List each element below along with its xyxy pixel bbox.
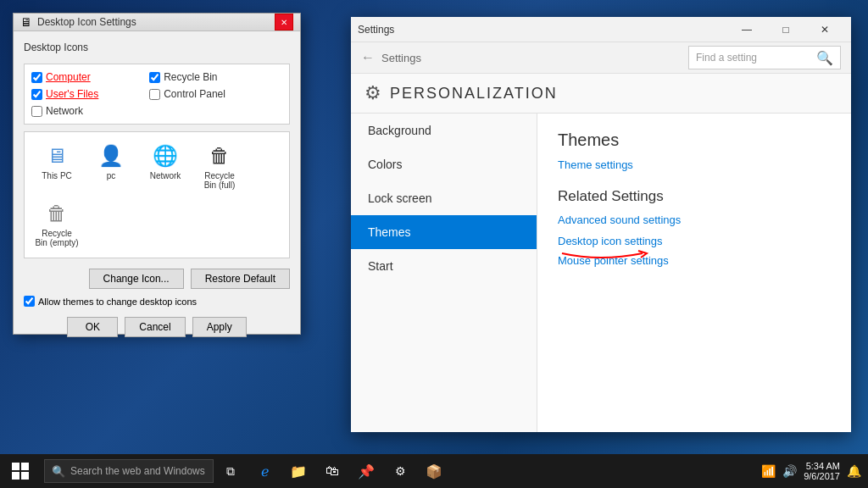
dialog-body: Desktop Icons Computer Recycle Bin User'… xyxy=(14,31,300,347)
store-icon[interactable]: 🛍 xyxy=(315,454,349,488)
svg-rect-1 xyxy=(21,463,29,470)
controlpanel-label: Control Panel xyxy=(164,88,225,100)
pc-icon: 👤 xyxy=(97,142,125,169)
clock-date: 9/6/2017 xyxy=(804,471,840,481)
icon-pc: 👤 pc xyxy=(86,139,136,193)
checkbox-computer: Computer xyxy=(31,71,144,83)
footer-buttons: OK Cancel Apply xyxy=(24,317,290,337)
userfiles-checkbox[interactable] xyxy=(31,89,42,100)
settings-nav-bar: ← Settings Find a setting 🔍 xyxy=(351,42,851,74)
recyclebin-label: Recycle Bin xyxy=(164,71,217,83)
dialog-icon: 🖥 xyxy=(20,15,32,29)
network-icon: 🌐 xyxy=(152,142,179,169)
icon-recyclebin-full: 🗑 Recycle Bin (full) xyxy=(194,139,245,193)
nav-item-background[interactable]: Background xyxy=(351,114,537,147)
start-button[interactable] xyxy=(0,454,41,488)
recyclebin-empty-icon: 🗑 xyxy=(43,200,70,227)
computer-label: Computer xyxy=(46,71,91,83)
advanced-sound-link[interactable]: Advanced sound settings xyxy=(558,214,831,226)
checkbox-controlpanel: Control Panel xyxy=(149,88,262,100)
checkbox-group: Computer Recycle Bin User's Files Contro… xyxy=(24,64,290,125)
nav-item-start[interactable]: Start xyxy=(351,249,537,283)
desktop-icon-settings-dialog: 🖥 Desktop Icon Settings ✕ Desktop Icons … xyxy=(13,13,301,335)
recyclebin-checkbox[interactable] xyxy=(149,72,160,83)
computer-checkbox[interactable] xyxy=(31,72,42,83)
themes-title: Themes xyxy=(558,130,831,150)
allow-themes-container: Allow themes to change desktop icons xyxy=(24,296,290,307)
close-button[interactable]: ✕ xyxy=(805,16,844,43)
icon-thispc: 🖥 This PC xyxy=(31,139,82,193)
back-button[interactable]: ← xyxy=(361,50,375,65)
checkbox-userfiles: User's Files xyxy=(31,88,144,100)
nav-item-colors[interactable]: Colors xyxy=(351,147,537,181)
nav-item-lockscreen[interactable]: Lock screen xyxy=(351,181,537,215)
taskbar: 🔍 Search the web and Windows ⧉ ℯ 📁 🛍 📌 ⚙… xyxy=(0,454,868,488)
settings-app-title: PERSONALIZATION xyxy=(390,85,558,103)
recyclebin-full-icon: 🗑 xyxy=(206,142,233,169)
settings-search-text: Find a setting xyxy=(696,52,757,64)
settings-gear-icon: ⚙ xyxy=(364,82,381,104)
dialog-titlebar: 🖥 Desktop Icon Settings ✕ xyxy=(14,14,300,31)
settings-content: Themes Theme settings Related Settings A… xyxy=(537,114,851,432)
settings-window: Settings — □ ✕ ← Settings Find a setting… xyxy=(351,17,851,432)
taskbar-search-text: Search the web and Windows xyxy=(70,465,205,477)
restore-default-button[interactable]: Restore Default xyxy=(191,269,290,289)
notification-icon[interactable]: 🔔 xyxy=(847,464,861,478)
taskbar-clock: 5:34 AM 9/6/2017 xyxy=(804,461,840,481)
mouse-pointer-link[interactable]: Mouse pointer settings xyxy=(558,254,831,267)
theme-settings-link[interactable]: Theme settings xyxy=(558,158,831,171)
task-view-button[interactable]: ⧉ xyxy=(214,454,248,488)
related-settings-title: Related Settings xyxy=(558,188,831,205)
thispc-label: This PC xyxy=(42,171,72,180)
network-label-grid: Network xyxy=(150,171,181,180)
clock-time: 5:34 AM xyxy=(804,461,840,471)
allow-themes-label: Allow themes to change desktop icons xyxy=(38,297,197,307)
settings-titlebar: Settings — □ ✕ xyxy=(351,17,851,42)
icon-recyclebin-empty: 🗑 Recycle Bin (empty) xyxy=(31,197,82,251)
icon-action-buttons: Change Icon... Restore Default xyxy=(24,269,290,289)
userfiles-label: User's Files xyxy=(46,88,98,100)
desktop-icons-label: Desktop Icons xyxy=(24,42,290,53)
settings-window-title: Settings xyxy=(358,24,727,36)
start-icon xyxy=(12,463,29,480)
ok-button[interactable]: OK xyxy=(67,317,118,337)
taskbar-search-icon: 🔍 xyxy=(52,465,65,478)
taskbar-search[interactable]: 🔍 Search the web and Windows xyxy=(44,459,214,483)
network-label: Network xyxy=(46,105,83,117)
apply-button[interactable]: Apply xyxy=(192,317,247,337)
dialog-title: Desktop Icon Settings xyxy=(37,16,275,28)
app7-icon[interactable]: 📦 xyxy=(417,454,451,488)
settings-search[interactable]: Find a setting 🔍 xyxy=(688,46,841,69)
network-systray-icon: 📶 xyxy=(761,464,776,478)
nav-item-themes[interactable]: Themes xyxy=(351,215,537,249)
network-checkbox[interactable] xyxy=(31,106,42,117)
settings-body: Background Colors Lock screen Themes Sta… xyxy=(351,114,851,432)
minimize-button[interactable]: — xyxy=(727,16,766,43)
allow-themes-checkbox[interactable] xyxy=(24,296,35,307)
taskbar-right: 📶 🔊 5:34 AM 9/6/2017 🔔 xyxy=(761,461,868,481)
nav-title: Settings xyxy=(381,52,421,64)
settings-header: ⚙ PERSONALIZATION xyxy=(351,74,851,114)
controlpanel-checkbox[interactable] xyxy=(149,89,160,100)
desktop: Settings — □ ✕ ← Settings Find a setting… xyxy=(0,0,868,488)
cancel-button[interactable]: Cancel xyxy=(125,317,185,337)
icon-network: 🌐 Network xyxy=(140,139,191,193)
change-icon-button[interactable]: Change Icon... xyxy=(89,269,184,289)
icons-grid: 🖥 This PC 👤 pc 🌐 Network 🗑 Recycle Bin (… xyxy=(24,131,290,258)
app5-icon[interactable]: 📌 xyxy=(349,454,383,488)
svg-rect-2 xyxy=(12,472,19,480)
thispc-icon: 🖥 xyxy=(43,142,70,169)
checkbox-network: Network xyxy=(31,105,144,117)
search-icon: 🔍 xyxy=(816,50,833,66)
maximize-button[interactable]: □ xyxy=(766,16,805,43)
dialog-close-button[interactable]: ✕ xyxy=(275,14,293,30)
file-explorer-icon[interactable]: 📁 xyxy=(281,454,315,488)
svg-rect-0 xyxy=(12,463,19,470)
edge-icon[interactable]: ℯ xyxy=(248,454,281,488)
pc-label: pc xyxy=(107,171,116,180)
svg-rect-3 xyxy=(21,472,29,480)
settings-taskbar-icon[interactable]: ⚙ xyxy=(383,454,417,488)
desktop-icon-link-container: Desktop icon settings xyxy=(558,235,831,254)
recyclebin-full-label: Recycle Bin (full) xyxy=(198,171,242,190)
desktop-icon-settings-link[interactable]: Desktop icon settings xyxy=(558,235,831,247)
